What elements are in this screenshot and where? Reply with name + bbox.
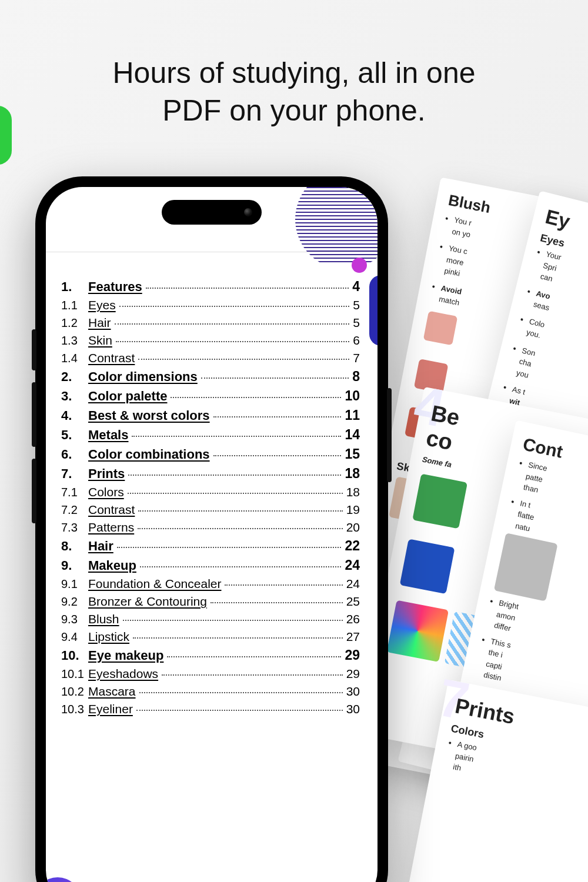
toc-dots	[167, 656, 341, 657]
toc-label: Eyes	[88, 298, 116, 312]
toc-dots	[213, 455, 342, 456]
toc-dots	[201, 377, 349, 379]
toc-label: Makeup	[88, 558, 136, 573]
toc-row[interactable]: 10.3Eyeliner30	[61, 702, 360, 716]
toc-page: 6	[353, 333, 360, 348]
toc-num: 1.2	[61, 316, 88, 330]
headline-line1: Hours of studying, all in one	[112, 56, 475, 89]
toc-num: 7.1	[61, 486, 88, 499]
toc-row[interactable]: 5.Metals14	[61, 427, 360, 443]
toc-num: 3.	[61, 389, 88, 404]
toc-row[interactable]: 7.3Patterns20	[61, 520, 360, 534]
toc-num: 7.2	[61, 503, 88, 517]
phone-mockup: 1.Features41.1Eyes51.2Hair51.3Skin61.4Co…	[35, 176, 388, 882]
toc-num: 6.	[61, 447, 88, 462]
decor-blue	[369, 275, 377, 346]
toc-page: 25	[346, 594, 360, 609]
toc-row[interactable]: 8.Hair22	[61, 538, 360, 554]
toc-label: Colors	[88, 485, 124, 499]
toc-row[interactable]: 1.4Contrast7	[61, 351, 360, 365]
toc-dots	[213, 416, 342, 417]
toc-num: 1.4	[61, 352, 88, 365]
toc-label: Hair	[88, 539, 113, 554]
toc-label: Lipstick	[88, 630, 129, 644]
toc-page: 24	[345, 557, 360, 573]
headline: Hours of studying, all in one PDF on you…	[0, 54, 588, 129]
toc-page: 19	[346, 503, 360, 517]
toc-page: 18	[345, 466, 360, 482]
toc-num: 1.3	[61, 334, 88, 348]
toc-label: Color combinations	[88, 447, 210, 462]
dynamic-island	[162, 200, 262, 225]
toc-dots	[119, 306, 350, 307]
toc-page: 14	[345, 427, 360, 443]
toc-dots	[115, 323, 350, 325]
toc-dots	[116, 341, 349, 342]
toc-num: 1.	[61, 279, 88, 295]
toc-dots	[136, 710, 343, 711]
toc-label: Contrast	[88, 503, 135, 517]
toc-row[interactable]: 1.2Hair5	[61, 316, 360, 330]
toc-page: 29	[346, 667, 360, 681]
toc-num: 10.	[61, 648, 88, 663]
headline-line2: PDF on your phone.	[162, 94, 426, 127]
toc-row[interactable]: 3.Color palette10	[61, 388, 360, 404]
toc-row[interactable]: 9.3Blush26	[61, 612, 360, 626]
toc-page: 22	[345, 538, 360, 554]
toc-dots	[225, 584, 342, 586]
toc-dots	[133, 637, 343, 639]
toc-row[interactable]: 1.Features4	[61, 279, 360, 295]
toc-page: 20	[346, 520, 360, 534]
toc-label: Foundation & Concealer	[88, 577, 221, 591]
toc-row[interactable]: 9.Makeup24	[61, 557, 360, 573]
toc-row[interactable]: 7.2Contrast19	[61, 503, 360, 517]
toc-label: Eyeliner	[88, 702, 133, 716]
toc-num: 9.3	[61, 613, 88, 626]
toc-label: Color palette	[88, 389, 167, 404]
toc-page: 18	[346, 485, 360, 499]
toc-page: 29	[345, 647, 360, 663]
toc-label: Blush	[88, 612, 119, 626]
toc-row[interactable]: 6.Color combinations15	[61, 446, 360, 462]
toc-num: 9.2	[61, 595, 88, 609]
toc-page: 30	[346, 684, 360, 699]
toc-dots	[128, 493, 343, 494]
toc-num: 10.1	[61, 667, 88, 681]
toc-page: 4	[352, 279, 360, 295]
toc-num: 9.4	[61, 630, 88, 644]
toc-num: 4.	[61, 408, 88, 423]
toc-label: Prints	[88, 466, 125, 482]
toc-dots	[146, 288, 349, 289]
toc-label: Skin	[88, 333, 112, 348]
toc-page: 7	[353, 351, 360, 365]
toc-label: Hair	[88, 316, 111, 330]
toc-label: Metals	[88, 427, 128, 443]
toc-dots	[140, 566, 341, 567]
toc-row[interactable]: 10.Eye makeup29	[61, 647, 360, 663]
toc-row[interactable]: 4.Best & worst colors11	[61, 407, 360, 423]
toc-num: 9.	[61, 558, 88, 573]
decor-lines-circle	[295, 187, 377, 269]
toc-dots	[138, 359, 349, 360]
toc-row[interactable]: 1.1Eyes5	[61, 298, 360, 312]
toc-label: Bronzer & Contouring	[88, 594, 207, 609]
toc-row[interactable]: 10.1Eyeshadows29	[61, 667, 360, 681]
toc-label: Mascara	[88, 684, 136, 699]
toc-row[interactable]: 10.2Mascara30	[61, 684, 360, 699]
decor-dot	[352, 258, 367, 273]
toc-page: 10	[345, 388, 360, 404]
toc-row[interactable]: 2.Color dimensions8	[61, 369, 360, 385]
toc-page: 5	[353, 298, 360, 312]
toc-row[interactable]: 7.1Colors18	[61, 485, 360, 499]
toc-label: Eye makeup	[88, 648, 163, 663]
toc-row[interactable]: 7.Prints18	[61, 466, 360, 482]
toc-dots	[171, 397, 341, 398]
toc-row[interactable]: 9.2Bronzer & Contouring25	[61, 594, 360, 609]
toc-num: 9.1	[61, 577, 88, 591]
toc-row[interactable]: 9.1Foundation & Concealer24	[61, 577, 360, 591]
toc-label: Contrast	[88, 351, 135, 365]
toc-dots	[138, 510, 342, 512]
toc-num: 7.	[61, 466, 88, 482]
toc-row[interactable]: 9.4Lipstick27	[61, 630, 360, 644]
toc-row[interactable]: 1.3Skin6	[61, 333, 360, 348]
